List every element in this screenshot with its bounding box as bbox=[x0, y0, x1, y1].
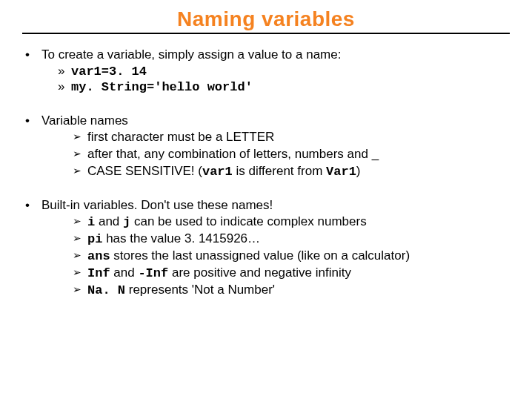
bullet-icon: • bbox=[25, 198, 41, 213]
section-text: Built-in variables. Don't use these name… bbox=[41, 198, 273, 213]
list-item: ➢first character must be a LETTER bbox=[73, 130, 510, 145]
list-item: ➢CASE SENSITIVE! (var1 is different from… bbox=[73, 164, 510, 179]
arrow-icon: ➢ bbox=[73, 131, 87, 142]
arrow-icon: ➢ bbox=[73, 249, 87, 261]
content-list: • To create a variable, simply assign a … bbox=[22, 47, 510, 297]
title-divider bbox=[22, 33, 510, 34]
arrow-icon: ➢ bbox=[73, 283, 87, 295]
code-example: »my. String='hello world' bbox=[58, 79, 510, 94]
list-item: ➢i and j can be used to indicate complex… bbox=[73, 214, 510, 229]
list-item: ➢pi has the value 3. 1415926… bbox=[73, 231, 510, 246]
code-example: »var1=3. 14 bbox=[58, 64, 510, 79]
list-item: ➢after that, any combination of letters,… bbox=[73, 147, 510, 162]
slide-title: Naming variables bbox=[22, 7, 510, 31]
raquo-icon: » bbox=[58, 64, 71, 79]
section-variable-names: • Variable names ➢first character must b… bbox=[25, 113, 510, 179]
bullet-icon: • bbox=[25, 113, 41, 128]
arrow-icon: ➢ bbox=[73, 232, 87, 244]
section-create-variable: • To create a variable, simply assign a … bbox=[25, 47, 510, 94]
list-item: ➢Inf and -Inf are positive and negative … bbox=[73, 266, 510, 280]
arrow-icon: ➢ bbox=[73, 215, 87, 227]
list-item: ➢ans stores the last unassigned value (l… bbox=[73, 248, 510, 263]
arrow-icon: ➢ bbox=[73, 148, 87, 159]
arrow-icon: ➢ bbox=[73, 165, 87, 177]
raquo-icon: » bbox=[58, 79, 71, 94]
section-text: Variable names bbox=[41, 113, 128, 128]
section-builtin-variables: • Built-in variables. Don't use these na… bbox=[25, 198, 510, 297]
list-item: ➢Na. N represents 'Not a Number' bbox=[73, 283, 510, 297]
arrow-icon: ➢ bbox=[73, 266, 87, 278]
section-text: To create a variable, simply assign a va… bbox=[41, 47, 341, 62]
bullet-icon: • bbox=[25, 47, 41, 62]
